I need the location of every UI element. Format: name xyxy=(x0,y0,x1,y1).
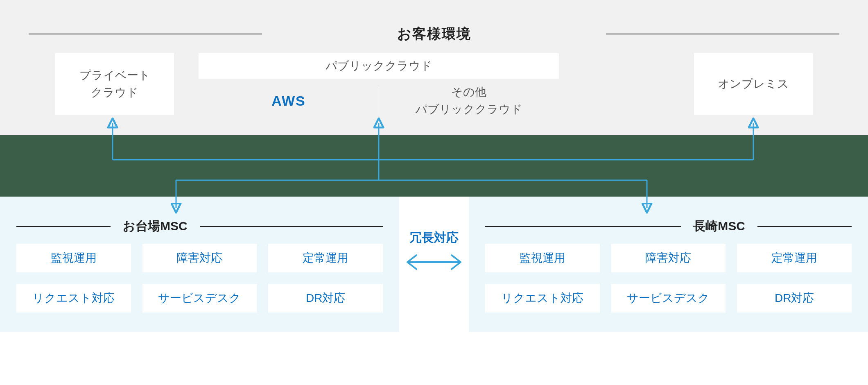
msc-chip: 障害対応 xyxy=(142,244,257,272)
msc-grid: 監視運用 障害対応 定常運用 リクエスト対応 サービスデスク DR対応 xyxy=(16,244,383,313)
env-card-private-cloud: プライベート クラウド xyxy=(55,53,174,115)
msc-chip: サービスデスク xyxy=(142,284,257,313)
msc-header: 長崎MSC xyxy=(469,218,868,235)
msc-panel-odaiba: お台場MSC 監視運用 障害対応 定常運用 リクエスト対応 サービスデスク DR… xyxy=(0,197,399,332)
env-card-label: オンプレミス xyxy=(718,75,789,93)
rule xyxy=(606,34,839,34)
msc-chip: リクエスト対応 xyxy=(16,284,131,313)
msc-chip: 監視運用 xyxy=(485,244,600,272)
msc-chip: 定常運用 xyxy=(737,244,852,272)
customer-environment-panel: お客様環境 プライベート クラウド パブリッククラウド AWS その他 パブリッ… xyxy=(0,0,868,135)
env-header: お客様環境 xyxy=(0,25,868,43)
divider xyxy=(379,86,379,119)
msc-chip: 監視運用 xyxy=(16,244,131,272)
msc-title: お台場MSC xyxy=(111,218,200,235)
msc-chip: DR対応 xyxy=(268,284,383,313)
msc-chip: 障害対応 xyxy=(611,244,726,272)
rule xyxy=(16,226,111,227)
rule xyxy=(29,34,262,34)
msc-grid: 監視運用 障害対応 定常運用 リクエスト対応 サービスデスク DR対応 xyxy=(485,244,852,313)
public-cloud-title: パブリッククラウド xyxy=(199,53,559,79)
msc-panel-nagasaki: 長崎MSC 監視運用 障害対応 定常運用 リクエスト対応 サービスデスク DR対… xyxy=(469,197,868,332)
network-band xyxy=(0,135,868,197)
env-card-label: プライベート クラウド xyxy=(79,67,150,101)
env-boxes: プライベート クラウド パブリッククラウド AWS その他 パブリッククラウド … xyxy=(0,53,868,123)
msc-chip: 定常運用 xyxy=(268,244,383,272)
rule xyxy=(757,226,852,227)
public-cloud-aws: AWS xyxy=(199,79,379,123)
public-cloud-other: その他 パブリッククラウド xyxy=(379,79,559,123)
msc-header: お台場MSC xyxy=(0,218,399,235)
env-title: お客様環境 xyxy=(381,25,488,43)
msc-title: 長崎MSC xyxy=(681,218,757,235)
rule xyxy=(485,226,681,227)
double-arrow-icon xyxy=(399,252,469,272)
rule xyxy=(200,226,383,227)
redundancy-indicator: 冗長対応 xyxy=(399,229,469,274)
msc-chip: サービスデスク xyxy=(611,284,726,313)
env-card-on-premises: オンプレミス xyxy=(694,53,813,115)
msc-chip: DR対応 xyxy=(737,284,852,313)
msc-chip: リクエスト対応 xyxy=(485,284,600,313)
redundancy-label: 冗長対応 xyxy=(399,229,469,246)
env-card-public-cloud: パブリッククラウド AWS その他 パブリッククラウド xyxy=(199,53,559,123)
public-cloud-other-label: その他 パブリッククラウド xyxy=(416,84,522,118)
